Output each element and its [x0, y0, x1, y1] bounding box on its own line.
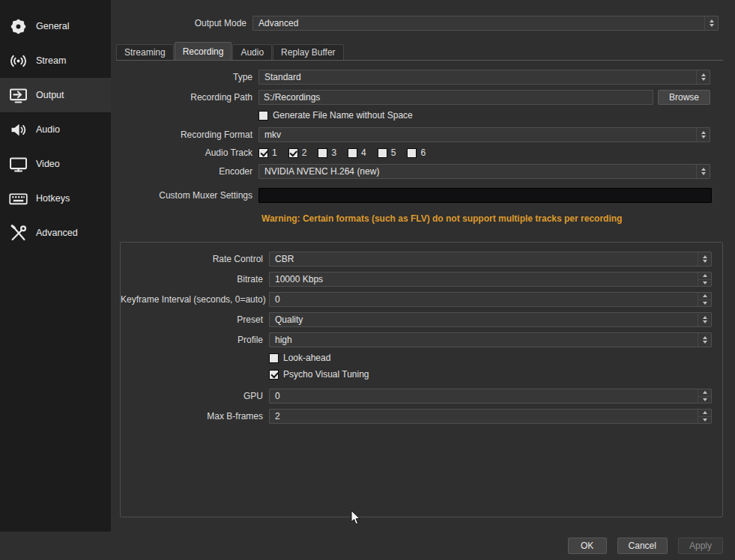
bitrate-decrement-button[interactable] — [698, 280, 711, 287]
keyframe-decrement-button[interactable] — [698, 300, 711, 307]
combo-arrows-icon — [698, 252, 711, 266]
preset-row: Preset Quality — [121, 312, 712, 327]
gear-icon — [8, 16, 28, 37]
combo-arrows-icon — [696, 70, 710, 84]
recording-path-input[interactable] — [258, 90, 653, 105]
profile-select[interactable]: high — [269, 332, 712, 347]
max-bframes-value: 2 — [275, 411, 280, 421]
rate-control-value: CBR — [275, 254, 294, 264]
combo-arrows-icon — [696, 128, 710, 141]
audio-track-checkboxes: 1 2 3 4 5 — [258, 147, 426, 158]
combo-arrows-icon — [696, 165, 710, 178]
max-bframes-row: Max B-frames 2 — [121, 409, 712, 424]
no-space-row: Generate File Name without Space — [111, 110, 710, 121]
max-bframes-increment-button[interactable] — [698, 410, 711, 417]
advanced-tools-icon — [8, 223, 28, 243]
sidebar-label-advanced: Advanced — [36, 228, 78, 238]
audio-track-label: Audio Track — [111, 147, 258, 158]
checkbox-indicator — [288, 148, 298, 158]
max-bframes-label: Max B-frames — [121, 411, 269, 421]
sidebar-item-advanced[interactable]: Advanced — [0, 216, 111, 250]
encoder-label: Encoder — [111, 166, 258, 177]
bitrate-spinbox[interactable]: 10000 Kbps — [269, 272, 712, 287]
preset-select[interactable]: Quality — [269, 312, 712, 327]
dialog-footer: OK Cancel Apply — [0, 532, 735, 560]
gpu-increment-button[interactable] — [698, 389, 711, 397]
tab-audio[interactable]: Audio — [232, 44, 272, 60]
audio-track-4-label: 4 — [361, 147, 366, 158]
encoder-settings-group: Rate Control CBR Bitrate 10000 Kbps Key — [120, 242, 723, 517]
max-bframes-spinbox[interactable]: 2 — [269, 409, 712, 424]
keyframe-interval-spinbox[interactable]: 0 — [269, 292, 712, 307]
gpu-row: GPU 0 — [121, 389, 712, 404]
audio-track-6[interactable]: 6 — [407, 147, 426, 158]
hotkeys-icon — [8, 189, 28, 209]
output-mode-select[interactable]: Advanced — [252, 16, 719, 31]
sidebar-label-output: Output — [36, 90, 64, 100]
recording-format-row: Recording Format mkv — [111, 127, 710, 142]
output-mode-value: Advanced — [258, 18, 298, 28]
sidebar-label-general: General — [36, 21, 69, 31]
gpu-spinbox[interactable]: 0 — [269, 389, 712, 404]
tab-audio-label: Audio — [241, 47, 264, 58]
recording-path-label: Recording Path — [111, 92, 258, 103]
sidebar-label-video: Video — [36, 159, 60, 169]
checkbox-indicator — [258, 148, 268, 158]
output-mode-row: Output Mode Advanced — [111, 16, 719, 31]
output-tabbar: Streaming Recording Audio Replay Buffer — [116, 43, 723, 61]
tab-replay-buffer-label: Replay Buffer — [281, 47, 336, 58]
sidebar-item-video[interactable]: Video — [0, 147, 111, 181]
tab-recording-label: Recording — [183, 46, 224, 57]
audio-track-4[interactable]: 4 — [348, 147, 366, 158]
audio-track-row: Audio Track 1 2 3 4 — [111, 147, 710, 158]
bitrate-increment-button[interactable] — [698, 273, 711, 280]
bitrate-value: 10000 Kbps — [275, 274, 323, 284]
sidebar-item-hotkeys[interactable]: Hotkeys — [0, 181, 111, 216]
audio-track-6-label: 6 — [420, 147, 426, 158]
sidebar-item-general[interactable]: General — [0, 9, 111, 43]
tab-recording[interactable]: Recording — [175, 42, 232, 60]
obs-settings-window: { "sidebar": { "items": [ { "label": "Ge… — [0, 0, 735, 560]
audio-track-1-label: 1 — [272, 147, 277, 158]
audio-track-3[interactable]: 3 — [318, 147, 336, 158]
sidebar-label-audio: Audio — [36, 124, 60, 135]
checkbox-indicator — [378, 148, 387, 158]
psycho-visual-tuning-checkbox[interactable]: Psycho Visual Tuning — [269, 369, 369, 380]
type-select[interactable]: Standard — [258, 70, 710, 85]
generate-no-space-checkbox[interactable]: Generate File Name without Space — [258, 110, 413, 121]
encoder-select[interactable]: NVIDIA NVENC H.264 (new) — [258, 164, 710, 179]
type-row: Type Standard — [111, 70, 710, 85]
psycho-visual-tuning-label: Psycho Visual Tuning — [283, 369, 369, 380]
sidebar-item-audio[interactable]: Audio — [0, 112, 111, 147]
audio-icon — [8, 120, 28, 140]
audio-track-5[interactable]: 5 — [378, 147, 396, 158]
look-ahead-checkbox[interactable]: Look-ahead — [269, 353, 330, 363]
output-icon — [8, 85, 28, 106]
audio-track-2[interactable]: 2 — [288, 147, 307, 158]
max-bframes-decrement-button[interactable] — [698, 417, 711, 424]
gpu-decrement-button[interactable] — [698, 397, 711, 404]
sidebar-item-stream[interactable]: Stream — [0, 43, 111, 78]
ok-button[interactable]: OK — [568, 538, 607, 554]
settings-sidebar: General Stream Output Audio — [0, 0, 111, 532]
recording-format-label: Recording Format — [111, 130, 258, 140]
cancel-button[interactable]: Cancel — [617, 538, 668, 554]
audio-track-2-label: 2 — [302, 147, 307, 158]
keyframe-increment-button[interactable] — [698, 293, 711, 300]
combo-arrows-icon — [698, 313, 711, 326]
tab-replay-buffer[interactable]: Replay Buffer — [273, 44, 344, 60]
checkbox-indicator — [407, 148, 417, 158]
checkbox-indicator — [348, 148, 357, 158]
recording-format-select[interactable]: mkv — [258, 127, 710, 142]
tab-streaming[interactable]: Streaming — [116, 44, 174, 60]
keyframe-interval-value: 0 — [275, 294, 280, 305]
look-ahead-label: Look-ahead — [283, 353, 330, 363]
apply-button[interactable]: Apply — [678, 538, 723, 554]
format-warning-text: Warning: Certain formats (such as FLV) d… — [261, 213, 735, 224]
audio-track-1[interactable]: 1 — [258, 147, 277, 158]
browse-button[interactable]: Browse — [658, 90, 710, 105]
rate-control-select[interactable]: CBR — [269, 252, 712, 267]
sidebar-item-output[interactable]: Output — [0, 78, 111, 112]
sidebar-label-hotkeys: Hotkeys — [36, 193, 70, 204]
custom-muxer-input[interactable] — [258, 188, 712, 203]
